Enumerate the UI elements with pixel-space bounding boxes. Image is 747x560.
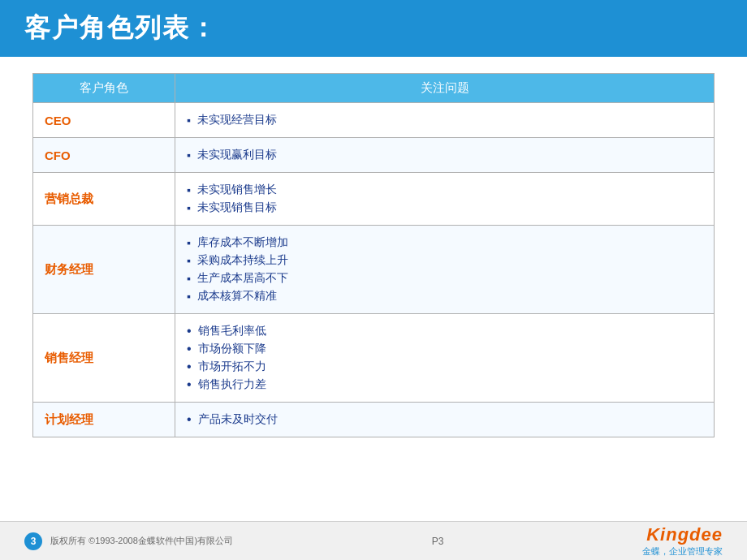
page-number-circle: 3 (24, 532, 42, 550)
concerns-cell: 未实现赢利目标 (175, 138, 715, 173)
concern-item: 销售执行力差 (187, 376, 702, 394)
concerns-cell: 未实现经营目标 (175, 103, 715, 138)
role-name: CEO (33, 103, 175, 138)
table-row: CEO未实现经营目标 (33, 103, 715, 138)
concern-item: 未实现经营目标 (187, 111, 702, 129)
page-footer: 3 版权所有 ©1993-2008金蝶软件(中国)有限公司 P3 Kingdee… (0, 521, 747, 560)
role-name: CFO (33, 138, 175, 173)
footer-left: 3 版权所有 ©1993-2008金蝶软件(中国)有限公司 (24, 532, 233, 550)
footer-brand: Kingdee 金蝶，企业管理专家 (642, 524, 723, 558)
concern-item: 产品未及时交付 (187, 411, 702, 429)
concern-item: 采购成本持续上升 (187, 252, 702, 269)
main-content: 客户角色 关注问题 CEO未实现经营目标CFO未实现赢利目标营销总裁未实现销售增… (0, 57, 747, 446)
concern-item: 市场份额下降 (187, 340, 702, 358)
col1-header: 客户角色 (33, 74, 175, 103)
page-header: 客户角色列表： (0, 0, 747, 57)
footer-page-label: P3 (432, 536, 444, 547)
concern-item: 未实现赢利目标 (187, 146, 702, 164)
role-table: 客户角色 关注问题 CEO未实现经营目标CFO未实现赢利目标营销总裁未实现销售增… (32, 73, 715, 437)
role-name: 营销总裁 (33, 173, 175, 226)
role-name: 财务经理 (33, 226, 175, 314)
concerns-cell: 库存成本不断增加采购成本持续上升生产成本居高不下成本核算不精准 (175, 226, 715, 314)
concern-item: 成本核算不精准 (187, 287, 702, 305)
concerns-cell: 未实现销售增长未实现销售目标 (175, 173, 715, 226)
concerns-cell: 销售毛利率低市场份额下降市场开拓不力销售执行力差 (175, 314, 715, 403)
table-row: 财务经理库存成本不断增加采购成本持续上升生产成本居高不下成本核算不精准 (33, 226, 715, 314)
role-name: 计划经理 (33, 403, 175, 437)
brand-name: Kingdee (646, 524, 723, 545)
concerns-cell: 产品未及时交付 (175, 403, 715, 437)
concern-item: 未实现销售增长 (187, 181, 702, 199)
table-row: 营销总裁未实现销售增长未实现销售目标 (33, 173, 715, 226)
footer-copyright: 版权所有 ©1993-2008金蝶软件(中国)有限公司 (50, 535, 233, 547)
concern-item: 市场开拓不力 (187, 358, 702, 376)
table-row: CFO未实现赢利目标 (33, 138, 715, 173)
col2-header: 关注问题 (175, 74, 715, 103)
role-name: 销售经理 (33, 314, 175, 403)
table-row: 计划经理产品未及时交付 (33, 403, 715, 437)
concern-item: 生产成本居高不下 (187, 269, 702, 287)
concern-item: 未实现销售目标 (187, 199, 702, 217)
brand-slogan: 金蝶，企业管理专家 (642, 545, 723, 558)
concern-item: 销售毛利率低 (187, 322, 702, 340)
page-title: 客户角色列表： (24, 11, 218, 46)
concern-item: 库存成本不断增加 (187, 234, 702, 252)
table-row: 销售经理销售毛利率低市场份额下降市场开拓不力销售执行力差 (33, 314, 715, 403)
